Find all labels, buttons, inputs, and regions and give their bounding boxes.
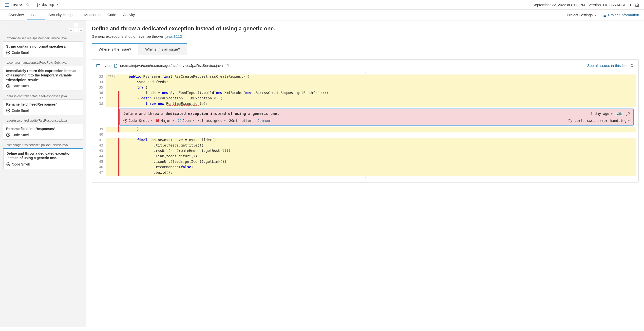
tab-measures[interactable]: Measures (81, 10, 104, 20)
breadcrumb-right: See all issues in this file (587, 63, 634, 68)
analysis-timestamp: September 22, 2022 at 8:03 PM (532, 3, 585, 7)
file-group: …a/com/rssmanager/rss/FeedFetchJob.java … (3, 60, 83, 91)
tab-where[interactable]: Where is the issue? (92, 44, 138, 55)
chevron-down-icon: ▼ (56, 3, 58, 6)
svg-point-1 (37, 6, 38, 6)
issue-type-label: Code Smell (12, 50, 29, 54)
tab-security-hotspots[interactable]: Security Hotspots (45, 10, 81, 20)
status-dropdown[interactable]: Open▼ (178, 119, 194, 123)
rule-id-link[interactable]: java:S112 (166, 34, 182, 38)
issue-title: Define and throw a dedicated exception i… (6, 151, 80, 160)
code-block: ⬍ 33ztzy… public Rss save(final RssCreat… (94, 70, 636, 180)
issue-age-dropdown[interactable]: 1 day ago▼ (590, 112, 612, 116)
tab-overview[interactable]: Overview (5, 10, 28, 20)
issue-type-row: Code Smell (6, 133, 80, 137)
svg-point-2 (39, 4, 40, 4)
tab-why[interactable]: Why is this an issue? (138, 44, 187, 55)
svg-rect-5 (603, 15, 603, 15)
project-settings-dropdown[interactable]: Project Settings ▼ (567, 13, 597, 17)
code-smell-icon (6, 50, 10, 54)
project-icon (96, 64, 100, 67)
inline-issue-box: Define and throw a dedicated exception i… (120, 108, 634, 126)
tab-code[interactable]: Code (104, 10, 120, 20)
see-all-issues-link[interactable]: See all issues in this file (587, 63, 626, 68)
project-header-right: September 22, 2022 at 8:03 PM Version 0.… (532, 2, 639, 7)
breadcrumb-project[interactable]: myrss (96, 63, 111, 68)
code-smell-icon (6, 162, 10, 166)
svg-point-18 (8, 164, 9, 165)
issue-title: Immediately return this expression inste… (6, 68, 80, 82)
svg-point-0 (37, 3, 38, 4)
issue-detail-tabs: Where is the issue? Why is this an issue… (92, 43, 187, 55)
issue-card[interactable]: Immediately return this expression inste… (3, 66, 83, 91)
favorite-star-icon[interactable]: ☆ (26, 2, 30, 7)
project-nav-right: Project Settings ▼ Project Information (567, 12, 639, 17)
code-smell-icon (6, 133, 10, 137)
list-icon (602, 12, 606, 17)
svg-rect-19 (226, 64, 228, 67)
issue-detail: Define and throw a dedicated exception i… (86, 20, 644, 327)
file-path[interactable]: …r/member/service/JpaMemberService.java (3, 35, 83, 41)
project-information-link[interactable]: Project Information (602, 12, 639, 17)
breadcrumb-project-label: myrss (102, 63, 111, 68)
issue-card[interactable]: Rename field "rssResponses" Code Smell (3, 124, 83, 140)
rule-description: Generic exceptions should never be throw… (92, 34, 163, 38)
file-group: …r/member/service/JpaMemberService.java … (3, 35, 83, 57)
severity-dropdown[interactable]: ^ Major▼ (156, 119, 174, 123)
file-path[interactable]: …ager/rss/controller/dto/RssResponses.ja… (3, 118, 83, 124)
code-smell-icon (6, 84, 10, 88)
expand-icon[interactable] (630, 63, 634, 68)
project-settings-label: Project Settings (567, 13, 593, 17)
tags-dropdown[interactable]: cert, cwe, error-handling▼ (574, 119, 630, 123)
project-information-label: Project Information (608, 13, 639, 17)
severity-major-icon: ^ (156, 119, 160, 122)
issue-type-label: Code Smell (12, 133, 29, 137)
svg-point-12 (8, 85, 9, 87)
issues-sidebar: ← ↑ ← ↓ → …r/member/service/JpaMemberSer… (0, 20, 86, 327)
inline-issue-title: Define and throw a dedicated exception i… (123, 111, 279, 116)
issue-type-row: Code Smell (6, 108, 80, 112)
permalink-icon[interactable] (626, 112, 630, 116)
clipboard-icon[interactable] (225, 63, 229, 68)
project-name[interactable]: myrss (11, 2, 23, 7)
project-icon (5, 3, 9, 7)
svg-rect-6 (604, 15, 606, 15)
issue-type-dropdown[interactable]: Code Smell▼ (123, 119, 152, 123)
file-path[interactable]: …ssmanager/rss/service/JpaRssService.jav… (3, 142, 83, 148)
issue-type-label: Code Smell (12, 84, 29, 88)
issue-type-row: Code Smell (6, 50, 80, 54)
expand-above[interactable]: ⬍ (94, 70, 636, 74)
branch-icon (36, 2, 40, 7)
tab-issues[interactable]: Issues (28, 10, 45, 20)
assignee-dropdown[interactable]: Not assigned▼ (198, 119, 226, 123)
breadcrumb-file-path[interactable]: src/main/java/com/rssmanager/rss/service… (120, 63, 223, 68)
comment-link[interactable]: Comment (258, 119, 272, 123)
svg-point-14 (8, 110, 9, 111)
svg-rect-3 (603, 14, 603, 14)
code-smell-icon (6, 108, 10, 112)
project-header: myrss ☆ develop ▼ September 22, 2022 at … (0, 0, 644, 10)
issue-card[interactable]: Rename field "feedResponses" Code Smell (3, 99, 83, 115)
issue-card-selected[interactable]: Define and throw a dedicated exception i… (3, 148, 83, 169)
code-breadcrumb: myrss src/main/java/com/rssmanager/rss/s… (94, 62, 636, 70)
key-down: ↓ (74, 28, 78, 32)
home-icon[interactable] (635, 2, 639, 7)
key-up: ↑ (74, 23, 78, 27)
issue-card[interactable]: String contains no format specifiers. Co… (3, 41, 83, 57)
project-header-left: myrss ☆ develop ▼ (5, 2, 58, 7)
file-icon (114, 63, 118, 68)
project-nav: Overview Issues Security Hotspots Measur… (0, 10, 644, 20)
expand-below[interactable]: ⬍ (94, 176, 636, 180)
file-path[interactable]: …a/com/rssmanager/rss/FeedFetchJob.java (3, 60, 83, 66)
svg-rect-20 (226, 64, 228, 65)
branch-selector[interactable]: develop ▼ (36, 2, 58, 7)
issue-type-label: Code Smell (12, 108, 29, 112)
svg-point-22 (125, 120, 126, 121)
main-layout: ← ↑ ← ↓ → …r/member/service/JpaMemberSer… (0, 20, 644, 327)
file-group: …ager/rss/controller/dto/RssResponses.ja… (3, 118, 83, 140)
tab-activity[interactable]: Activity (120, 10, 138, 20)
file-path[interactable]: …ger/rss/controller/dto/FeedResponses.ja… (3, 93, 83, 99)
back-arrow-icon[interactable]: ← (3, 24, 9, 31)
svg-rect-4 (604, 14, 606, 14)
key-left: ← (69, 28, 73, 32)
